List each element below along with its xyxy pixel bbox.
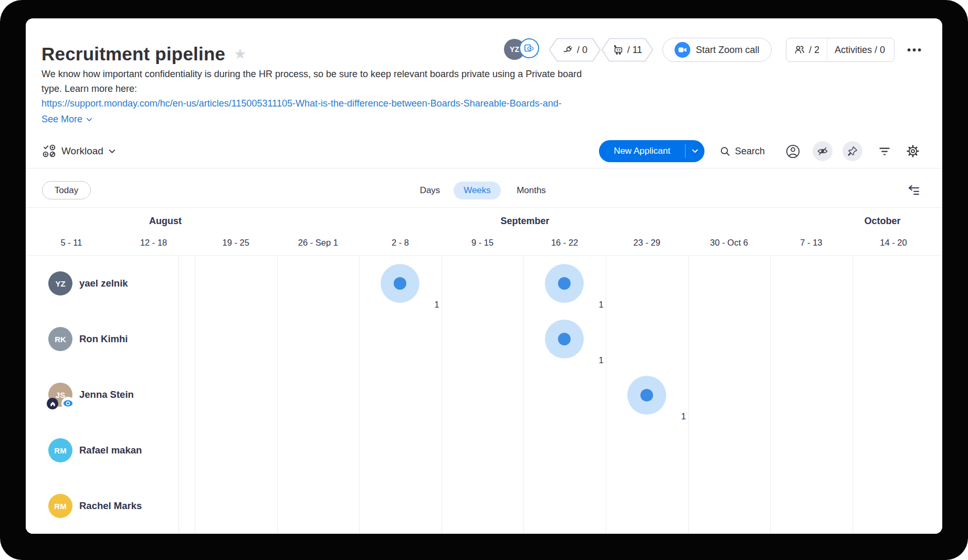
board-menu-button[interactable]: ••• (903, 41, 927, 58)
description-line: We know how important confidentiality is… (41, 67, 603, 81)
person-name: Rachel Marks (79, 500, 142, 512)
home-badge-icon (47, 398, 58, 409)
pin-button[interactable] (843, 141, 862, 161)
search-label: Search (735, 146, 765, 157)
chevron-down-icon (692, 149, 698, 153)
filter-icon (878, 144, 891, 158)
eye-off-icon (817, 145, 828, 157)
grid-line (770, 256, 771, 534)
workload-bubble[interactable] (545, 320, 584, 358)
board-window: Recruitment pipeline ★ YZ / 0 / 11 (26, 18, 942, 534)
workload-count: 1 (598, 355, 603, 365)
workload-bubble[interactable] (627, 376, 666, 415)
week-label: 5 - 11 (61, 238, 82, 248)
workload-bubble[interactable] (381, 264, 419, 303)
person-filter-button[interactable] (784, 140, 802, 163)
workload-count: 1 (598, 300, 603, 310)
week-label: 7 - 13 (800, 238, 822, 248)
month-label: October (864, 216, 900, 227)
avatar-initials: YZ (55, 279, 65, 288)
tab-weeks-label: Weeks (464, 185, 491, 196)
start-zoom-call-label: Start Zoom call (696, 45, 759, 56)
gear-icon (906, 144, 920, 159)
workload-dot (640, 389, 653, 401)
people-icon (794, 44, 805, 56)
view-label: Workload (61, 145, 103, 157)
activities-button[interactable]: Activities / 0 (827, 38, 892, 61)
workload-dot (394, 277, 406, 290)
people-panel: YZ yael zelnik RK Ron Kimhi JS (26, 256, 179, 534)
chevron-down-icon (86, 118, 92, 122)
description-line: type. Learn more here: (41, 81, 603, 96)
grid-line (277, 256, 278, 534)
plug-icon (562, 44, 574, 56)
workload-view-icon (43, 144, 56, 158)
avatar[interactable]: YZ (48, 271, 72, 295)
workload-dot (558, 277, 571, 290)
hidden-columns-button[interactable] (813, 141, 833, 161)
week-label: 12 - 18 (140, 238, 167, 248)
settings-button[interactable] (904, 140, 921, 163)
filter-button[interactable] (876, 140, 893, 163)
person-row[interactable]: JS Jenna Stein (26, 367, 178, 422)
workload-grid: YZ yael zelnik RK Ron Kimhi JS (26, 255, 942, 534)
search-icon (720, 146, 731, 157)
chevron-down-icon (109, 149, 115, 154)
avatar-initials: RM (54, 446, 66, 455)
avatar[interactable]: RM (48, 438, 72, 462)
workload-count: 1 (434, 300, 439, 310)
workload-bubble[interactable] (545, 264, 584, 303)
person-row[interactable]: RM Rafael makan (26, 422, 178, 478)
video-camera-icon (675, 42, 690, 58)
tab-months[interactable]: Months (517, 185, 546, 196)
grid-line (359, 256, 360, 534)
tab-weeks[interactable]: Weeks (454, 182, 501, 199)
today-button[interactable]: Today (42, 181, 91, 199)
automations-badge[interactable]: / 11 (601, 38, 654, 62)
avatar[interactable]: JS (48, 383, 72, 407)
new-applicant-menu-button[interactable] (686, 149, 704, 153)
tab-days[interactable]: Days (420, 185, 440, 196)
new-applicant-button[interactable]: New Applicant (599, 140, 704, 162)
person-row[interactable]: RK Ron Kimhi (26, 311, 178, 367)
timeline-week-row: 5 - 1112 - 1819 - 2526 - Sep 12 - 89 - 1… (26, 238, 942, 250)
week-label: 26 - Sep 1 (298, 238, 338, 248)
start-zoom-call-button[interactable]: Start Zoom call (662, 38, 772, 62)
view-switcher-workload[interactable]: Workload (39, 140, 119, 163)
grid-line (195, 256, 195, 534)
search-button[interactable]: Search (720, 140, 765, 163)
board-counts: / 2 Activities / 0 (786, 38, 895, 62)
person-row[interactable]: YZ yael zelnik (26, 256, 178, 311)
workload-dot (558, 333, 571, 345)
robot-icon (613, 44, 624, 56)
dots-icon: ••• (907, 44, 923, 56)
week-label: 9 - 15 (471, 238, 493, 248)
activities-label: Activities / 0 (835, 45, 885, 56)
person-name: Ron Kimhi (79, 333, 128, 345)
divider (26, 168, 942, 168)
subscribers-button[interactable]: / 2 (786, 38, 827, 61)
view-toolbar: Workload New Applicant Search (26, 140, 942, 163)
avatar[interactable]: RK (48, 327, 72, 351)
grid-line (523, 256, 524, 534)
avatar-initials: RK (55, 335, 66, 344)
person-name: yael zelnik (79, 278, 128, 289)
person-icon (785, 143, 801, 160)
month-label: August (149, 216, 182, 227)
collapse-panel-button[interactable] (906, 182, 922, 199)
week-label: 14 - 20 (880, 238, 907, 248)
workload-count: 1 (681, 411, 686, 421)
week-label: 16 - 22 (551, 238, 578, 248)
week-label: 2 - 8 (392, 238, 409, 248)
person-row[interactable]: RM Rachel Marks (26, 478, 178, 534)
description-link[interactable]: https://support.monday.com/hc/en-us/arti… (41, 96, 603, 111)
integrations-badge[interactable]: / 0 (549, 38, 601, 62)
avatar-initials: YZ (510, 45, 519, 54)
avatar[interactable]: RM (48, 494, 72, 518)
month-label: September (500, 216, 549, 227)
week-label: 23 - 29 (634, 238, 660, 248)
board-presence-badge[interactable] (519, 38, 539, 58)
see-more-button[interactable]: See More (41, 114, 92, 125)
avatar-initials: RM (54, 502, 66, 511)
grid-line (606, 256, 606, 534)
